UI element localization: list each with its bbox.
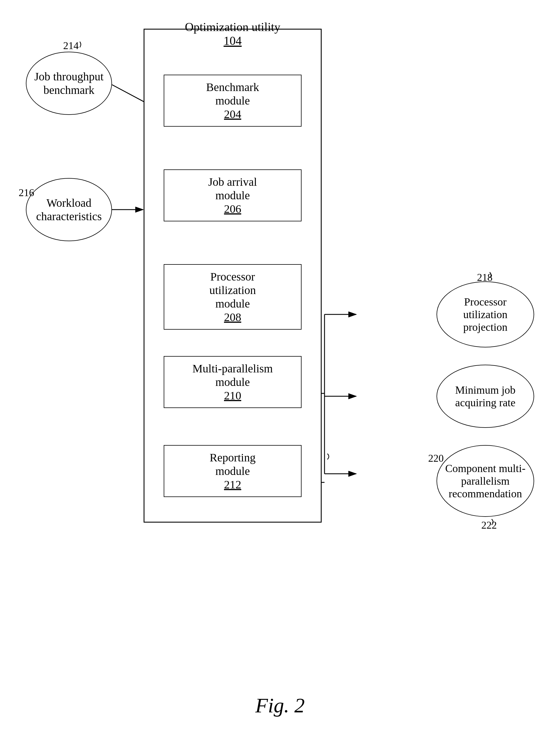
job-arrival-module-box: Job arrival module 206 bbox=[164, 169, 302, 221]
ref-216: 216 bbox=[19, 187, 34, 199]
proc-proj-line1: Processor bbox=[463, 296, 507, 308]
job-arrival-line2: module bbox=[167, 189, 298, 202]
component-line2: parallelism bbox=[445, 475, 525, 487]
multi-parallelism-module-box: Multi-parallelism module 210 bbox=[164, 356, 302, 408]
benchmark-module-box: Benchmark module 204 bbox=[164, 75, 302, 127]
benchmark-module-ref: 204 bbox=[224, 108, 241, 121]
component-multi-par-ellipse: Component multi- parallelism recommendat… bbox=[437, 445, 534, 517]
processor-util-module-box: Processor utilization module 208 bbox=[164, 264, 302, 330]
workload-characteristics-ellipse: Workload characteristics bbox=[26, 178, 112, 241]
proc-util-line3: module bbox=[167, 297, 298, 310]
job-benchmark-line2: benchmark bbox=[34, 83, 103, 97]
min-job-line2: acquiring rate bbox=[455, 396, 516, 409]
workload-line1: Workload bbox=[36, 196, 102, 210]
processor-util-proj-ellipse: Processor utilization projection bbox=[437, 281, 534, 347]
ref-214: 214 bbox=[63, 40, 79, 52]
component-line3: recommendation bbox=[445, 487, 525, 500]
ref-220: 220 bbox=[428, 452, 444, 464]
reporting-line2: module bbox=[167, 464, 298, 478]
multi-par-line2: module bbox=[167, 375, 298, 389]
job-benchmark-line1: Job throughput bbox=[34, 70, 103, 83]
proc-util-line2: utilization bbox=[167, 283, 298, 297]
job-benchmark-ellipse: Job throughput benchmark bbox=[26, 52, 112, 115]
reporting-module-box: Reporting module 212 bbox=[164, 445, 302, 497]
figure-caption: Fig. 2 bbox=[255, 694, 305, 717]
multi-par-line1: Multi-parallelism bbox=[167, 362, 298, 375]
optimization-utility-title: Optimization utility 104 bbox=[144, 20, 322, 48]
min-job-ellipse: Minimum job acquiring rate bbox=[437, 365, 534, 428]
component-line1: Component multi- bbox=[445, 462, 525, 475]
reporting-line1: Reporting bbox=[167, 451, 298, 464]
proc-proj-line2: utilization bbox=[463, 308, 507, 321]
reporting-ref: 212 bbox=[224, 478, 241, 491]
multi-par-ref: 210 bbox=[224, 389, 241, 402]
ref-222: 222 bbox=[481, 519, 497, 531]
benchmark-module-line2: module bbox=[167, 94, 298, 107]
proc-util-ref: 208 bbox=[224, 311, 241, 324]
outer-box-title-text: Optimization utility bbox=[144, 20, 322, 34]
workload-line2: characteristics bbox=[36, 210, 102, 223]
proc-proj-line3: projection bbox=[463, 321, 507, 333]
outer-box-title-ref: 104 bbox=[224, 34, 242, 47]
proc-util-line1: Processor bbox=[167, 270, 298, 283]
benchmark-module-line1: Benchmark bbox=[167, 80, 298, 94]
job-arrival-ref: 206 bbox=[224, 202, 241, 215]
ref-218: 218 bbox=[477, 271, 493, 283]
job-arrival-line1: Job arrival bbox=[167, 175, 298, 189]
min-job-line1: Minimum job bbox=[455, 384, 516, 396]
